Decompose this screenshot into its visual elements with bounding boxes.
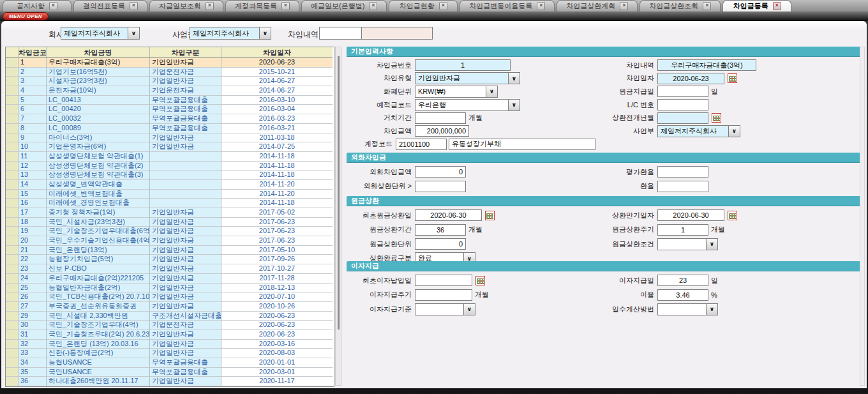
table-cell[interactable]: LC_00089 [47, 124, 150, 133]
table-cell[interactable]: 미래에셋_변액보험대출 [47, 190, 150, 199]
field-input[interactable] [657, 181, 708, 192]
loan-detail-input[interactable] [319, 27, 362, 40]
table-cell[interactable]: 7 [19, 114, 47, 124]
tab-4[interactable]: 계정과목등록× [225, 0, 299, 11]
table-row[interactable]: 12삼성생명단체보험 약관대출(2)2014-11-18 [6, 162, 334, 171]
table-row[interactable]: 29국민_시설대 2,330백만원구조개선시설자금대출2020-06-23 [6, 312, 334, 321]
table-row[interactable]: 22농협장기차입금(5억)기업일반자금2017-09-26 [6, 255, 334, 264]
row-selector-cell[interactable] [6, 133, 19, 143]
calendar-icon[interactable] [712, 113, 721, 123]
field-input[interactable]: 2020-06-30 [657, 209, 724, 221]
field-select[interactable]: ∨ [657, 303, 718, 315]
calendar-icon[interactable] [728, 73, 737, 83]
table-cell[interactable]: 2017-05-02 [221, 208, 333, 218]
table-cell[interactable]: 25 [19, 284, 47, 293]
table-cell[interactable]: 무역포괄금융대출 [150, 96, 221, 105]
table-cell[interactable]: 26 [19, 292, 47, 302]
table-cell[interactable]: LC_00413 [47, 96, 150, 105]
table-cell[interactable]: 기업운전자금 [150, 68, 221, 77]
tab-close-icon[interactable]: × [703, 2, 711, 10]
table-cell[interactable]: 우리구매자금대출(2억)221205 [47, 274, 150, 284]
chevron-down-icon[interactable]: ∨ [259, 27, 271, 39]
field-select[interactable]: KRW(₩)∨ [415, 86, 498, 98]
table-cell[interactable]: 27 [19, 302, 47, 312]
table-cell[interactable]: 하나대출260백만원 20.11.17 [47, 377, 150, 386]
tab-close-icon[interactable]: × [537, 2, 545, 10]
table-row[interactable]: 17중기청 정책자금(1억)기업일반자금2017-05-02 [6, 208, 334, 218]
table-row[interactable]: 10기업운영자금(6억)기업일반자금2014-07-25 [6, 142, 334, 152]
table-cell[interactable]: 2020-11-17 [221, 377, 333, 386]
chevron-down-icon[interactable]: ∨ [128, 27, 139, 39]
table-cell[interactable]: 국민_시설자금(23억3천) [47, 218, 150, 227]
table-cell[interactable]: 국민_기술창조기업우대대출(6억) [47, 227, 150, 236]
table-row[interactable]: 20국민_우수기술기업신용대출(4억)기업일반자금2017-06-23 [6, 236, 334, 246]
table-cell[interactable]: 기업일반자금 [150, 208, 221, 218]
table-cell[interactable]: 국민_시설대 2,330백만원 [47, 312, 150, 321]
table-row[interactable]: 8LC_00089무역포괄금융대출2016-03-21 [6, 124, 334, 133]
row-selector-cell[interactable] [6, 105, 19, 114]
row-selector-cell[interactable] [6, 114, 19, 124]
table-cell[interactable]: 농협USANCE [47, 358, 150, 368]
table-cell[interactable] [150, 180, 221, 190]
table-cell[interactable]: 무역포괄금융대출 [150, 105, 221, 114]
field-input[interactable]: 1 [415, 59, 511, 71]
field-input[interactable]: 0 [415, 166, 466, 178]
field-select[interactable]: 제일저지주식회사∨ [657, 125, 740, 137]
chevron-down-icon[interactable]: ∨ [508, 73, 520, 84]
field-input[interactable]: 2020-06-30 [415, 209, 482, 221]
table-cell[interactable]: 기업일반자금 [150, 218, 221, 227]
table-row[interactable]: 32국민_온랜딩 (13억) 20.03.16기업일반자금2020-03-16 [6, 340, 334, 349]
table-cell[interactable]: 2020-03-01 [221, 368, 333, 377]
table-cell[interactable]: 기업운전자금 [150, 321, 221, 330]
table-cell[interactable]: 4 [19, 86, 47, 96]
row-selector-cell[interactable] [6, 77, 19, 86]
table-cell[interactable]: 삼성생명단체보험 약관대출(1) [47, 152, 150, 162]
field-input[interactable]: 3.46 [657, 289, 708, 301]
row-selector-cell[interactable] [6, 170, 19, 180]
table-cell[interactable]: 무역포괄금융대출 [150, 368, 221, 377]
tab-close-icon[interactable]: × [130, 2, 138, 10]
tab-1[interactable]: 공지사항× [3, 0, 71, 11]
table-cell[interactable]: 기업기보(16억5천) [47, 68, 150, 77]
row-selector-cell[interactable] [6, 255, 19, 264]
tab-9[interactable]: 차입금상환조회× [640, 0, 721, 11]
table-cell[interactable]: 농협일반자금대출(2억) [47, 284, 150, 293]
row-selector-cell[interactable] [6, 246, 19, 255]
chevron-down-icon[interactable]: ∨ [463, 304, 475, 315]
table-row[interactable]: 33신한(-)통장예금(2억)기업일반자금2020-08-03 [6, 349, 334, 358]
table-cell[interactable]: 기업일반자금 [150, 264, 221, 274]
table-cell[interactable]: 33 [19, 349, 47, 358]
table-cell[interactable]: 기업일반자금 [150, 142, 221, 152]
tab-6[interactable]: 차입금현황× [389, 0, 458, 11]
table-cell[interactable]: 운전자금(10억) [47, 86, 150, 96]
table-cell[interactable]: 국민_온랜딩 (13억) 20.03.16 [47, 340, 150, 349]
table-cell[interactable]: 무역포괄금융대출 [150, 124, 221, 133]
table-cell[interactable]: 기업일반자금 [150, 302, 221, 312]
table-cell[interactable]: LC_00420 [47, 105, 150, 114]
table-cell[interactable]: 17 [19, 208, 47, 218]
table-cell[interactable]: 기업일반자금 [150, 292, 221, 302]
table-cell[interactable]: 2015-10-21 [221, 68, 333, 77]
table-row[interactable]: 6LC_00420무역포괄금융대출2016-03-04 [6, 105, 334, 114]
table-row[interactable]: 18국민_시설자금(23억3천)기업일반자금2017-06-23 [6, 218, 334, 227]
tab-10[interactable]: 차입금등록× [722, 0, 791, 11]
row-selector-cell[interactable] [6, 302, 19, 312]
table-cell[interactable]: 기업일반자금 [150, 349, 221, 358]
tab-2[interactable]: 결의전표등록× [73, 0, 147, 11]
row-selector-cell[interactable] [6, 142, 19, 152]
field-select[interactable]: 기업일반자금∨ [415, 72, 520, 84]
table-cell[interactable]: 11 [19, 152, 47, 162]
table-row[interactable]: 16미래에셋_경영인보험대출2014-11-18 [6, 199, 334, 208]
table-cell[interactable]: 2020-06-23 [221, 58, 333, 68]
row-selector-cell[interactable] [6, 199, 19, 208]
table-cell[interactable] [150, 152, 221, 162]
table-cell[interactable]: 기업일반자금 [150, 330, 221, 340]
table-cell[interactable]: LC_00032 [47, 114, 150, 124]
menu-open-button[interactable]: MENU OPEN [3, 12, 49, 20]
field-input[interactable]: 21001100 [396, 139, 447, 150]
table-cell[interactable]: 2017-06-23 [221, 227, 333, 236]
table-cell[interactable]: 2020-08-03 [221, 349, 333, 358]
table-cell[interactable]: 무역포괄금융대출 [150, 358, 221, 368]
table-cell[interactable]: 삼성생명단체보험 약관대출(2) [47, 162, 150, 171]
table-cell[interactable]: 3 [19, 77, 47, 86]
